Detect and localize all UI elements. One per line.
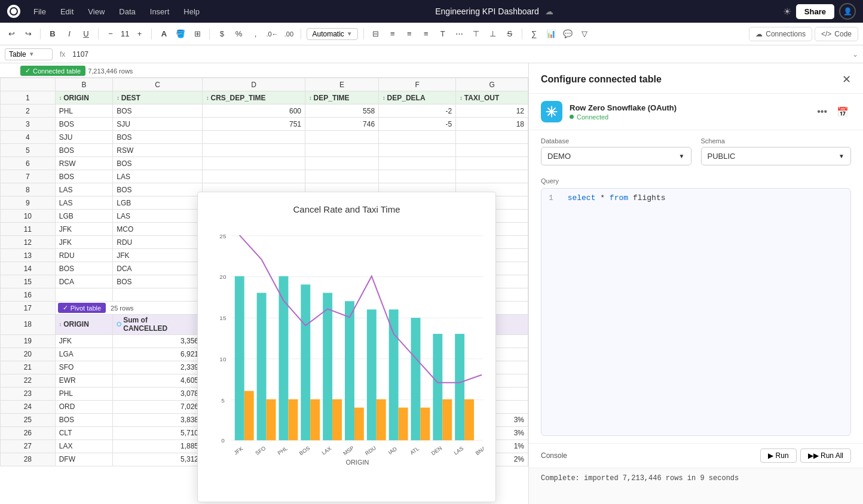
- cell-b13[interactable]: RDU: [55, 249, 113, 262]
- app-logo[interactable]: [7, 5, 20, 18]
- cell-c19[interactable]: 3,356: [113, 334, 203, 348]
- cell-b18[interactable]: ↕ ORIGIN: [55, 315, 113, 335]
- formula-expand-icon[interactable]: ⌄: [852, 50, 858, 59]
- cell-e4[interactable]: [305, 131, 379, 144]
- cell-c1[interactable]: ↕ DEST: [113, 91, 203, 105]
- underline-button[interactable]: U: [79, 27, 93, 41]
- cell-b27[interactable]: LAX: [55, 440, 113, 453]
- chart-button[interactable]: 📊: [544, 27, 558, 41]
- cell-e2[interactable]: 558: [305, 105, 379, 118]
- comma-button[interactable]: ,: [249, 27, 262, 41]
- cell-g3[interactable]: 18: [456, 118, 528, 131]
- cell-c3[interactable]: SJU: [113, 118, 203, 131]
- cell-c6[interactable]: BOS: [113, 157, 203, 170]
- undo-button[interactable]: ↩: [5, 27, 18, 41]
- user-avatar[interactable]: 👤: [839, 3, 856, 20]
- cell-d6[interactable]: [203, 157, 305, 170]
- cell-b5[interactable]: BOS: [55, 144, 113, 157]
- more-options-button[interactable]: •••: [815, 104, 830, 119]
- cell-c8[interactable]: BOS: [113, 183, 203, 196]
- col-e-header[interactable]: E: [305, 78, 379, 91]
- cell-b2[interactable]: PHL: [55, 105, 113, 118]
- cell-c7[interactable]: LAS: [113, 170, 203, 183]
- run-button[interactable]: ▶ Run: [760, 448, 796, 463]
- format-dropdown[interactable]: Automatic ▼: [307, 28, 357, 40]
- cell-d2[interactable]: 600: [203, 105, 305, 118]
- cell-c22[interactable]: 4,605: [113, 374, 203, 387]
- filter-button[interactable]: ▽: [578, 27, 591, 41]
- menu-file[interactable]: File: [27, 5, 52, 19]
- cell-g4[interactable]: [456, 131, 528, 144]
- cell-b25[interactable]: BOS: [55, 413, 113, 426]
- cell-c9[interactable]: LGB: [113, 196, 203, 210]
- align-bottom[interactable]: ⊥: [486, 27, 500, 41]
- strike-button[interactable]: S: [503, 27, 516, 41]
- font-color-button[interactable]: A: [157, 27, 170, 41]
- cell-c14[interactable]: DCA: [113, 262, 203, 275]
- more-options[interactable]: ⋯: [453, 27, 466, 41]
- cell-b8[interactable]: LAS: [55, 183, 113, 196]
- share-button[interactable]: Share: [796, 4, 834, 19]
- cell-b7[interactable]: BOS: [55, 170, 113, 183]
- cell-c28[interactable]: 5,312: [113, 453, 203, 466]
- cell-d4[interactable]: [203, 131, 305, 144]
- cell-f6[interactable]: [379, 157, 456, 170]
- cell-b16[interactable]: [55, 288, 113, 302]
- cell-b6[interactable]: RSW: [55, 157, 113, 170]
- cell-c11[interactable]: MCO: [113, 223, 203, 236]
- cell-f2[interactable]: -2: [379, 105, 456, 118]
- menu-view[interactable]: View: [82, 5, 111, 19]
- cell-c16[interactable]: [113, 288, 203, 302]
- code-button[interactable]: </> Code: [815, 27, 858, 41]
- cell-b20[interactable]: LGA: [55, 348, 113, 361]
- cell-d1[interactable]: ↕ CRS_DEP_TIME: [203, 91, 305, 105]
- cell-b9[interactable]: LAS: [55, 196, 113, 210]
- menu-help[interactable]: Help: [178, 5, 206, 19]
- cell-b4[interactable]: SJU: [55, 131, 113, 144]
- query-editor[interactable]: 1 select * from flights: [541, 188, 851, 436]
- schema-select[interactable]: PUBLIC ▼: [701, 147, 852, 165]
- cell-c26[interactable]: 5,710: [113, 426, 203, 440]
- col-b-header[interactable]: B: [55, 78, 113, 91]
- cell-e1[interactable]: ↕ DEP_TIME: [305, 91, 379, 105]
- cell-d7[interactable]: [203, 170, 305, 183]
- cell-b22[interactable]: EWR: [55, 374, 113, 387]
- decimal-right-button[interactable]: .00: [282, 27, 295, 41]
- cell-c23[interactable]: 3,078: [113, 387, 203, 400]
- decimal-left-button[interactable]: .0←: [265, 27, 279, 41]
- cell-c20[interactable]: 6,921: [113, 348, 203, 361]
- cell-b10[interactable]: LGB: [55, 210, 113, 223]
- font-size-decrease[interactable]: −: [104, 27, 117, 41]
- cell-g6[interactable]: [456, 157, 528, 170]
- borders-button[interactable]: ⊞: [191, 27, 204, 41]
- cell-f1[interactable]: ↕ DEP_DELA: [379, 91, 456, 105]
- cell-c12[interactable]: RDU: [113, 236, 203, 249]
- cell-c13[interactable]: JFK: [113, 249, 203, 262]
- cell-c24[interactable]: 7,026: [113, 400, 203, 413]
- cell-e6[interactable]: [305, 157, 379, 170]
- italic-button[interactable]: I: [63, 27, 76, 41]
- col-c-header[interactable]: C: [113, 78, 203, 91]
- connected-table-badge[interactable]: ✓ Connected table: [20, 66, 85, 76]
- cell-c4[interactable]: BOS: [113, 131, 203, 144]
- formula-button[interactable]: ∑: [528, 27, 541, 41]
- menu-insert[interactable]: Insert: [144, 5, 176, 19]
- cell-c2[interactable]: BOS: [113, 105, 203, 118]
- run-all-button[interactable]: ▶▶ Run All: [800, 448, 851, 463]
- dollar-button[interactable]: $: [215, 27, 228, 41]
- cell-d3[interactable]: 751: [203, 118, 305, 131]
- menu-edit[interactable]: Edit: [54, 5, 79, 19]
- cell-f3[interactable]: -5: [379, 118, 456, 131]
- align-top[interactable]: ⊤: [470, 27, 483, 41]
- cell-c15[interactable]: BOS: [113, 275, 203, 288]
- col-g-header[interactable]: G: [456, 78, 528, 91]
- cell-e7[interactable]: [305, 170, 379, 183]
- cell-b23[interactable]: PHL: [55, 387, 113, 400]
- calendar-icon-button[interactable]: 📅: [834, 104, 851, 120]
- cell-g2[interactable]: 12: [456, 105, 528, 118]
- cell-b14[interactable]: BOS: [55, 262, 113, 275]
- merge-icon[interactable]: ⊟: [369, 27, 382, 41]
- cell-c21[interactable]: 2,339: [113, 361, 203, 374]
- cell-f5[interactable]: [379, 144, 456, 157]
- connections-button[interactable]: ☁ Connections: [749, 27, 812, 41]
